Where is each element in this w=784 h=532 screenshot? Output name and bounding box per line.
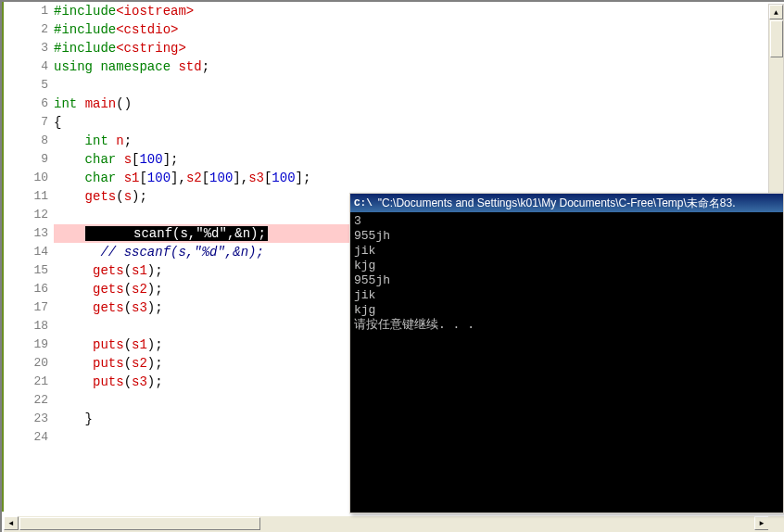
code-line[interactable]: char s1[100],s2[100],s3[100]; xyxy=(54,169,784,187)
line-number: 6 xyxy=(9,95,48,113)
line-number: 9 xyxy=(9,150,48,169)
line-number: 15 xyxy=(9,261,48,280)
code-line[interactable]: { xyxy=(54,113,784,132)
line-number: 18 xyxy=(9,317,48,336)
line-number: 14 xyxy=(9,243,48,261)
line-number: 17 xyxy=(9,298,48,317)
console-titlebar[interactable]: C:\ "C:\Documents and Settings\k01\My Do… xyxy=(350,194,783,212)
console-title-text: "C:\Documents and Settings\k01\My Docume… xyxy=(378,196,736,211)
code-line[interactable]: char s[100]; xyxy=(54,150,784,169)
code-line[interactable]: int main() xyxy=(54,95,784,113)
code-line[interactable]: using namespace std; xyxy=(54,57,784,76)
line-number: 20 xyxy=(9,354,48,373)
line-number: 19 xyxy=(9,336,48,354)
line-number: 12 xyxy=(9,206,48,224)
line-number: 23 xyxy=(9,410,48,428)
console-window[interactable]: C:\ "C:\Documents and Settings\k01\My Do… xyxy=(349,193,784,513)
scroll-thumb-vertical[interactable] xyxy=(770,20,783,57)
line-number: 3 xyxy=(9,39,48,57)
scroll-corner xyxy=(768,516,784,532)
change-margin xyxy=(2,2,9,512)
current-execution-line: scanf(s,"%d",&n); xyxy=(85,226,268,241)
code-line[interactable]: #include<cstdio> xyxy=(54,20,784,39)
code-line[interactable]: #include<iostream> xyxy=(54,2,784,20)
scroll-right-button[interactable]: ► xyxy=(754,516,769,530)
scroll-up-button[interactable]: ▲ xyxy=(769,5,783,19)
code-line[interactable]: #include<cstring> xyxy=(54,39,784,57)
line-number: 7 xyxy=(9,113,48,132)
line-number: 2 xyxy=(9,20,48,39)
line-number: 8 xyxy=(9,132,48,150)
line-number: 24 xyxy=(9,428,48,447)
line-number: 10 xyxy=(9,169,48,187)
code-line[interactable]: int n; xyxy=(54,132,784,150)
line-number: 21 xyxy=(9,373,48,391)
scroll-left-button[interactable]: ◄ xyxy=(4,516,19,530)
line-number: 22 xyxy=(9,391,48,410)
line-number: 16 xyxy=(9,280,48,298)
line-number: 1 xyxy=(9,2,48,20)
cmd-icon: C:\ xyxy=(354,197,373,209)
horizontal-scrollbar[interactable]: ◄ ► xyxy=(4,516,769,532)
line-number-gutter[interactable]: 123456789101112131415161718192021222324 xyxy=(9,2,54,512)
line-number: 13 xyxy=(9,224,48,243)
code-line[interactable] xyxy=(54,76,784,95)
console-output[interactable]: 3 955jh jik kjg 955jh jik kjg 请按任意键继续. .… xyxy=(350,212,783,335)
line-number: 4 xyxy=(9,57,48,76)
line-number: 11 xyxy=(9,187,48,206)
line-number: 5 xyxy=(9,76,48,95)
scroll-thumb-horizontal[interactable] xyxy=(19,517,260,530)
